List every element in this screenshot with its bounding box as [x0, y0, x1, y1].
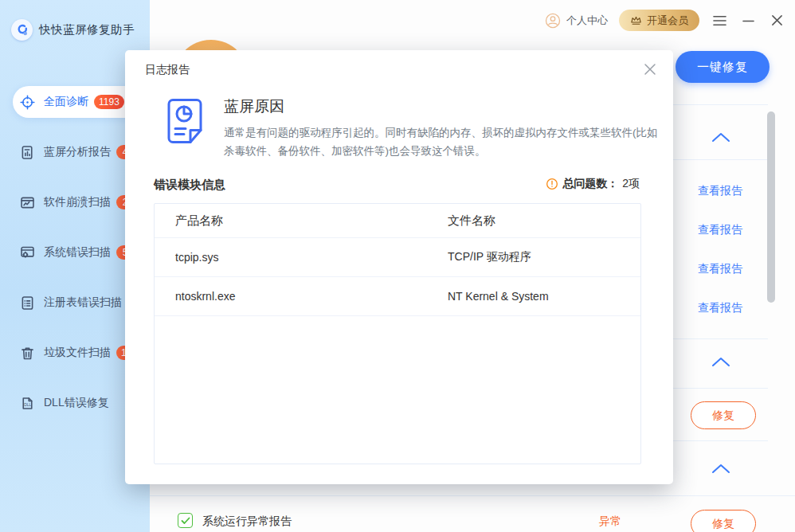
table-row: tcpip.sys TCP/IP 驱动程序 — [155, 238, 640, 277]
trash-icon — [19, 345, 36, 362]
crash-window-icon — [19, 194, 36, 211]
cell-file: TCP/IP 驱动程序 — [427, 250, 640, 264]
report-pie-document-icon — [163, 96, 206, 147]
titlebar-controls: 个人中心 开通会员 — [544, 10, 785, 31]
section-title: 错误模块信息 — [154, 178, 225, 193]
checkmark-icon — [181, 517, 190, 525]
table-header-row: 产品名称 文件名称 — [155, 204, 640, 238]
total-problems-value: 2项 — [622, 177, 640, 191]
sidebar-item-label: 蓝屏分析报告 — [44, 145, 111, 159]
cell-product: tcpip.sys — [155, 251, 427, 264]
cause-title: 蓝屏原因 — [224, 96, 284, 117]
minimize-icon[interactable] — [739, 12, 757, 29]
report-chart-icon — [19, 144, 36, 161]
badge: 1193 — [94, 95, 124, 109]
collapse-chevron-up-icon[interactable] — [711, 462, 731, 475]
error-module-table: 产品名称 文件名称 tcpip.sys TCP/IP 驱动程序 ntoskrnl… — [154, 203, 641, 464]
svg-text:DLL: DLL — [24, 403, 31, 407]
close-window-icon[interactable] — [768, 12, 785, 29]
app-brand: 快快蓝屏修复助手 — [11, 19, 135, 41]
cause-description: 通常是有问题的驱动程序引起的。同时有缺陷的内存、损坏的虚拟内存文件或某些软件(比… — [224, 123, 664, 160]
view-report-link[interactable]: 查看报告 — [698, 262, 747, 276]
crown-icon — [630, 15, 642, 25]
repair-button[interactable]: 修复 — [691, 401, 756, 429]
sidebar-item-label: 注册表错误扫描 — [44, 295, 122, 310]
sidebar-item-label: DLL错误修复 — [44, 396, 109, 410]
user-center-label: 个人中心 — [566, 14, 608, 28]
column-header-file: 文件名称 — [427, 213, 640, 229]
user-icon — [544, 12, 562, 29]
user-center-button[interactable]: 个人中心 — [544, 12, 608, 29]
system-gear-icon — [19, 244, 36, 261]
column-header-product: 产品名称 — [155, 213, 427, 229]
collapse-chevron-up-icon[interactable] — [711, 355, 731, 368]
cell-file: NT Kernel & System — [427, 290, 640, 303]
vip-button-label: 开通会员 — [647, 14, 688, 28]
sidebar-item-label: 全面诊断 — [44, 95, 88, 109]
menu-icon[interactable] — [711, 12, 728, 29]
view-report-link[interactable]: 查看报告 — [698, 223, 747, 237]
app-title: 快快蓝屏修复助手 — [39, 22, 135, 37]
registry-list-icon — [19, 295, 36, 311]
checkbox-checked[interactable] — [178, 513, 193, 528]
sidebar-item-label: 垃圾文件扫描 — [44, 346, 111, 360]
scrollbar[interactable] — [767, 111, 775, 303]
wrench-logo-icon — [11, 19, 33, 41]
view-report-link[interactable]: 查看报告 — [698, 184, 747, 198]
modal-close-icon[interactable] — [641, 61, 659, 78]
log-report-modal: 日志报告 蓝屏原因 通常是有问题的驱动程序引起的。同时有缺陷的内存、损坏的虚拟内… — [125, 50, 673, 484]
app-window: 快快蓝屏修复助手 全面诊断 1193 蓝屏分析报告 4 — [0, 0, 795, 532]
target-icon — [19, 94, 36, 111]
modal-title: 日志报告 — [145, 63, 190, 77]
sidebar-item-label: 软件崩溃扫描 — [44, 195, 111, 209]
one-click-repair-button[interactable]: 一键修复 — [676, 51, 770, 83]
warning-circle-icon — [546, 178, 558, 190]
sidebar-item-label: 系统错误扫描 — [44, 245, 111, 260]
total-problems: 总问题数： 2项 — [546, 177, 640, 191]
repair-button[interactable]: 修复 — [691, 510, 756, 532]
view-report-link[interactable]: 查看报告 — [698, 301, 747, 315]
divider — [150, 495, 795, 496]
bottom-row-label: 系统运行异常报告 — [202, 514, 292, 529]
table-row: ntoskrnl.exe NT Kernel & System — [155, 277, 640, 316]
status-badge: 异常 — [599, 514, 621, 529]
vip-membership-button[interactable]: 开通会员 — [619, 10, 699, 31]
cell-product: ntoskrnl.exe — [155, 290, 427, 303]
total-problems-label: 总问题数： — [562, 177, 618, 191]
dll-file-icon: DLL — [19, 395, 36, 412]
collapse-chevron-up-icon[interactable] — [711, 131, 731, 143]
